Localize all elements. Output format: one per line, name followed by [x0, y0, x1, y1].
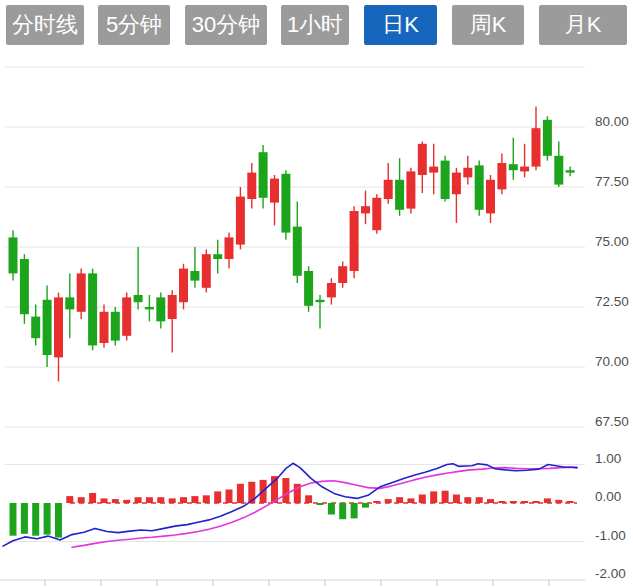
- price-axis-label: 80.00: [595, 115, 633, 129]
- price-axis-label: 75.00: [595, 235, 633, 249]
- price-axis-label: 67.50: [595, 415, 633, 429]
- tab-weekly-k[interactable]: 周K: [452, 5, 524, 45]
- tab-daily-k[interactable]: 日K: [364, 5, 437, 45]
- macd-axis-label: 0.00: [595, 490, 633, 504]
- kline-app: 分时线 5分钟 30分钟 1小时 日K 周K 月K 80.00 77.50 75…: [0, 0, 633, 588]
- price-axis-label: 70.00: [595, 355, 633, 369]
- tab-30min[interactable]: 30分钟: [185, 5, 267, 45]
- macd-axis-label: -2.00: [595, 567, 633, 581]
- tab-5min[interactable]: 5分钟: [98, 5, 170, 45]
- period-tabbar: 分时线 5分钟 30分钟 1小时 日K 周K 月K: [6, 5, 627, 45]
- macd-axis-label: 1.00: [595, 452, 633, 466]
- tab-1hour[interactable]: 1小时: [281, 5, 349, 45]
- candlestick-macd-canvas[interactable]: [0, 0, 633, 588]
- macd-axis-label: -1.00: [595, 529, 633, 543]
- tab-monthly-k[interactable]: 月K: [539, 5, 627, 45]
- tab-minute-line[interactable]: 分时线: [6, 5, 84, 45]
- price-axis-label: 72.50: [595, 295, 633, 309]
- price-axis-label: 77.50: [595, 175, 633, 189]
